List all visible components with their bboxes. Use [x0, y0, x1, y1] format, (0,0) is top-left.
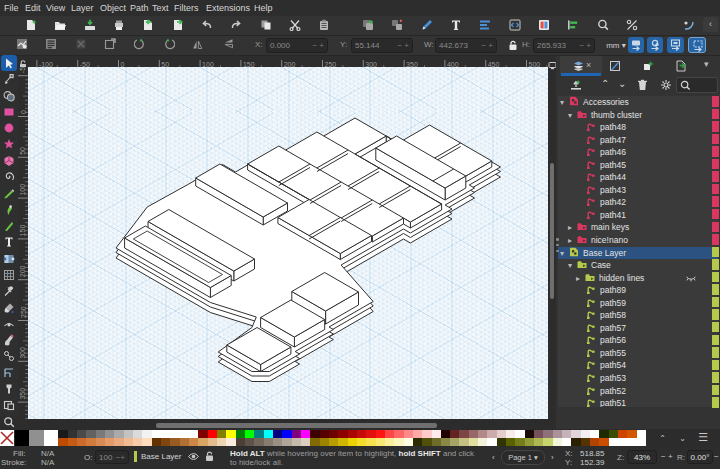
svg-text:100: 100	[20, 184, 27, 196]
svg-text:350: 350	[20, 388, 27, 400]
svg-text:300: 300	[20, 347, 27, 359]
svg-text:-50: -50	[20, 67, 27, 73]
svg-text:200: 200	[20, 265, 27, 277]
svg-text:250: 250	[20, 306, 27, 318]
svg-text:0: 0	[20, 110, 27, 114]
svg-text:150: 150	[20, 225, 27, 237]
svg-text:50: 50	[20, 147, 27, 155]
